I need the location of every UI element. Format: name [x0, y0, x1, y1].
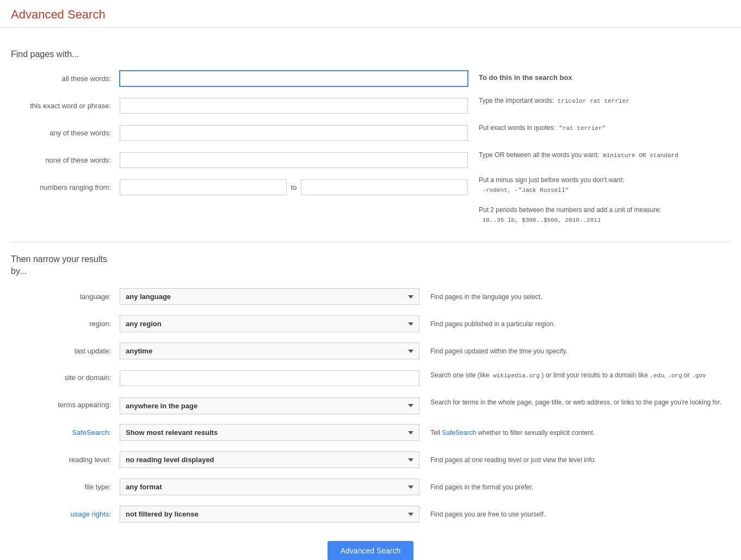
safesearch-hint-link[interactable]: SafeSearch	[442, 429, 476, 437]
hint-file-type: Find pages in the format you prefer.	[419, 482, 730, 492]
select-terms-appearing[interactable]: anywhere in the page in the title of the…	[120, 397, 419, 414]
label-exact-phrase: this exact word or phrase:	[11, 102, 120, 110]
hint-site-domain: Search one site (like wikipedia.org ) or…	[419, 370, 730, 381]
label-region: region:	[11, 320, 120, 328]
label-safesearch: SafeSearch:	[11, 428, 120, 437]
input-exact-phrase[interactable]	[120, 98, 468, 114]
label-numbers-range: numbers ranging from:	[11, 183, 120, 191]
label-all-words: all these words:	[11, 74, 120, 83]
label-any-words: any of these words:	[11, 129, 120, 137]
hint-reading-level: Find pages at one reading level or just …	[419, 455, 730, 465]
safesearch-link[interactable]: SafeSearch:	[72, 428, 111, 437]
input-any-words[interactable]	[120, 125, 468, 141]
input-range-from[interactable]	[120, 179, 287, 195]
hint-safesearch: Tell SafeSearch whether to filter sexual…	[419, 428, 730, 438]
input-none-words[interactable]	[120, 152, 468, 168]
label-last-update: last update:	[11, 347, 120, 355]
hint-any-words: Type OR between all the words you want: …	[479, 150, 678, 160]
hint-column-header: To do this in the search box	[479, 68, 730, 90]
label-file-type: file type:	[11, 483, 120, 491]
narrow-results-title: Then narrow your resultsby...	[11, 253, 730, 278]
select-safesearch[interactable]: Show most relevant results Filter explic…	[120, 424, 419, 441]
select-region[interactable]: any region United States United Kingdom …	[120, 315, 419, 332]
hint-region: Find pages published in a particular reg…	[419, 319, 730, 329]
hint-numbers-range: Put 2 periods between the numbers and ad…	[479, 205, 662, 225]
usage-rights-link[interactable]: usage rights:	[71, 510, 111, 518]
input-range-to[interactable]	[301, 179, 468, 195]
hint-usage-rights: Find pages you are free to use yourself.	[419, 509, 730, 519]
page-title: Advanced Search	[11, 8, 730, 22]
hint-none-words: Put a minus sign just before words you d…	[479, 175, 624, 195]
hint-last-update: Find pages updated within the time you s…	[419, 346, 730, 356]
label-none-words: none of these words:	[11, 156, 120, 164]
select-language[interactable]: any language English Spanish French Germ…	[120, 288, 419, 305]
label-usage-rights: usage rights:	[11, 510, 120, 518]
select-reading-level[interactable]: no reading level displayed annotate resu…	[120, 451, 419, 468]
hint-exact-phrase: Put exact words in quotes: "rat terrier"	[479, 123, 606, 133]
input-all-words[interactable]	[120, 71, 468, 86]
select-file-type[interactable]: any format PDF (.pdf) PostScript (.ps) W…	[120, 478, 419, 495]
advanced-search-button[interactable]: Advanced Search	[328, 541, 414, 560]
label-terms-appearing: terms appearing:	[11, 397, 120, 409]
hint-language: Find pages in the language you select.	[419, 292, 730, 302]
label-reading-level: reading level:	[11, 456, 120, 464]
find-pages-title: Find pages with...	[11, 49, 730, 59]
input-site-domain[interactable]	[120, 370, 419, 386]
range-to-label: to	[291, 183, 297, 191]
select-usage-rights[interactable]: not filtered by license free to use or s…	[120, 506, 419, 522]
hint-all-words: Type the important words: tricolor rat t…	[479, 96, 629, 106]
label-language: language:	[11, 293, 120, 301]
label-site-domain: site or domain:	[11, 370, 120, 382]
hint-terms-appearing: Search for terms in the whole page, page…	[419, 397, 730, 407]
select-last-update[interactable]: anytime past 24 hours past week past mon…	[120, 343, 419, 359]
